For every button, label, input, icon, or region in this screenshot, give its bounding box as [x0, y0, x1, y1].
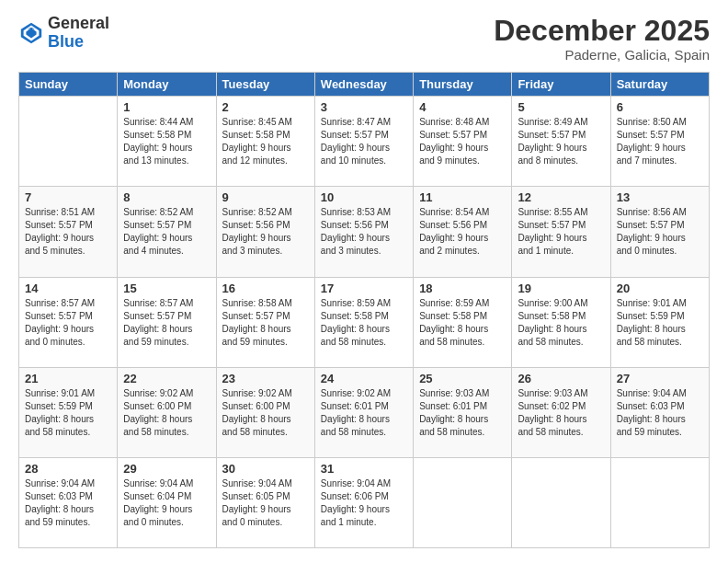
day-number: 31 [321, 462, 407, 476]
day-number: 19 [518, 282, 604, 295]
logo-icon [18, 20, 44, 46]
day-number: 1 [123, 100, 210, 114]
day-number: 13 [617, 190, 703, 204]
calendar-cell: 21Sunrise: 9:01 AMSunset: 5:59 PMDayligh… [19, 367, 118, 457]
calendar-cell: 30Sunrise: 9:04 AMSunset: 6:05 PMDayligh… [216, 457, 314, 547]
day-number: 18 [419, 282, 506, 295]
calendar-cell [414, 457, 512, 547]
calendar-cell: 6Sunrise: 8:50 AMSunset: 5:57 PMDaylight… [610, 97, 709, 187]
day-number: 28 [25, 462, 111, 476]
calendar-cell: 5Sunrise: 8:49 AMSunset: 5:57 PMDaylight… [512, 97, 610, 187]
calendar-cell: 4Sunrise: 8:48 AMSunset: 5:57 PMDaylight… [414, 97, 512, 187]
calendar-cell: 20Sunrise: 9:01 AMSunset: 5:59 PMDayligh… [610, 277, 709, 367]
calendar-week-4: 28Sunrise: 9:04 AMSunset: 6:03 PMDayligh… [19, 457, 710, 547]
weekday-header-wednesday: Wednesday [314, 73, 413, 97]
day-info: Sunrise: 8:51 AMSunset: 5:57 PMDaylight:… [25, 206, 111, 258]
calendar-cell: 19Sunrise: 9:00 AMSunset: 5:58 PMDayligh… [512, 277, 610, 367]
month-title: December 2025 [494, 15, 710, 47]
day-number: 15 [123, 282, 210, 295]
day-number: 3 [321, 100, 407, 114]
day-number: 23 [222, 372, 309, 385]
day-info: Sunrise: 9:04 AMSunset: 6:05 PMDaylight:… [222, 477, 309, 529]
calendar-cell: 23Sunrise: 9:02 AMSunset: 6:00 PMDayligh… [216, 367, 314, 457]
calendar-cell: 31Sunrise: 9:04 AMSunset: 6:06 PMDayligh… [314, 457, 413, 547]
calendar-week-2: 14Sunrise: 8:57 AMSunset: 5:57 PMDayligh… [19, 277, 710, 367]
day-number: 25 [419, 372, 506, 385]
day-number: 16 [222, 282, 309, 295]
day-info: Sunrise: 9:02 AMSunset: 6:00 PMDaylight:… [222, 387, 309, 439]
day-info: Sunrise: 8:48 AMSunset: 5:57 PMDaylight:… [419, 116, 506, 167]
day-number: 14 [25, 282, 111, 295]
calendar: SundayMondayTuesdayWednesdayThursdayFrid… [18, 72, 710, 548]
calendar-cell: 7Sunrise: 8:51 AMSunset: 5:57 PMDaylight… [19, 187, 118, 277]
day-number: 17 [321, 282, 407, 295]
calendar-cell: 26Sunrise: 9:03 AMSunset: 6:02 PMDayligh… [512, 367, 610, 457]
day-info: Sunrise: 8:54 AMSunset: 5:56 PMDaylight:… [419, 206, 506, 258]
day-info: Sunrise: 9:01 AMSunset: 5:59 PMDaylight:… [617, 297, 703, 349]
day-number: 9 [222, 190, 309, 204]
calendar-cell: 2Sunrise: 8:45 AMSunset: 5:58 PMDaylight… [216, 97, 314, 187]
calendar-cell: 25Sunrise: 9:03 AMSunset: 6:01 PMDayligh… [414, 367, 512, 457]
day-number: 4 [419, 100, 506, 114]
day-info: Sunrise: 8:59 AMSunset: 5:58 PMDaylight:… [419, 297, 506, 349]
calendar-header-row: SundayMondayTuesdayWednesdayThursdayFrid… [19, 73, 710, 97]
day-info: Sunrise: 8:57 AMSunset: 5:57 PMDaylight:… [123, 297, 210, 349]
day-info: Sunrise: 8:44 AMSunset: 5:58 PMDaylight:… [123, 116, 210, 167]
day-number: 12 [518, 190, 604, 204]
logo-general: General [48, 15, 109, 33]
day-number: 8 [123, 190, 210, 204]
day-number: 6 [617, 100, 703, 114]
day-number: 5 [518, 100, 604, 114]
day-info: Sunrise: 9:01 AMSunset: 5:59 PMDaylight:… [25, 387, 111, 439]
day-info: Sunrise: 8:55 AMSunset: 5:57 PMDaylight:… [518, 206, 604, 258]
calendar-cell: 11Sunrise: 8:54 AMSunset: 5:56 PMDayligh… [414, 187, 512, 277]
day-number: 22 [123, 372, 210, 385]
location: Paderne, Galicia, Spain [494, 47, 710, 63]
title-block: December 2025 Paderne, Galicia, Spain [494, 15, 710, 63]
weekday-header-tuesday: Tuesday [216, 73, 314, 97]
day-number: 26 [518, 372, 604, 385]
calendar-cell: 22Sunrise: 9:02 AMSunset: 6:00 PMDayligh… [118, 367, 216, 457]
day-info: Sunrise: 9:03 AMSunset: 6:02 PMDaylight:… [518, 387, 604, 439]
day-info: Sunrise: 9:04 AMSunset: 6:03 PMDaylight:… [25, 477, 111, 529]
weekday-header-sunday: Sunday [19, 73, 118, 97]
calendar-cell: 13Sunrise: 8:56 AMSunset: 5:57 PMDayligh… [610, 187, 709, 277]
calendar-cell: 29Sunrise: 9:04 AMSunset: 6:04 PMDayligh… [118, 457, 216, 547]
calendar-week-3: 21Sunrise: 9:01 AMSunset: 5:59 PMDayligh… [19, 367, 710, 457]
day-number: 20 [617, 282, 703, 295]
day-info: Sunrise: 8:56 AMSunset: 5:57 PMDaylight:… [617, 206, 703, 258]
page: General Blue December 2025 Paderne, Gali… [0, 0, 728, 563]
calendar-cell: 18Sunrise: 8:59 AMSunset: 5:58 PMDayligh… [414, 277, 512, 367]
logo: General Blue [18, 15, 109, 52]
day-info: Sunrise: 8:57 AMSunset: 5:57 PMDaylight:… [25, 297, 111, 349]
logo-blue: Blue [48, 33, 109, 52]
calendar-cell: 16Sunrise: 8:58 AMSunset: 5:57 PMDayligh… [216, 277, 314, 367]
calendar-week-0: 1Sunrise: 8:44 AMSunset: 5:58 PMDaylight… [19, 97, 710, 187]
calendar-cell: 15Sunrise: 8:57 AMSunset: 5:57 PMDayligh… [118, 277, 216, 367]
calendar-cell: 17Sunrise: 8:59 AMSunset: 5:58 PMDayligh… [314, 277, 413, 367]
calendar-cell: 12Sunrise: 8:55 AMSunset: 5:57 PMDayligh… [512, 187, 610, 277]
day-number: 21 [25, 372, 111, 385]
day-info: Sunrise: 8:53 AMSunset: 5:56 PMDaylight:… [321, 206, 407, 258]
day-info: Sunrise: 9:04 AMSunset: 6:03 PMDaylight:… [617, 387, 703, 439]
day-info: Sunrise: 9:04 AMSunset: 6:04 PMDaylight:… [123, 477, 210, 529]
day-number: 7 [25, 190, 111, 204]
day-number: 27 [617, 372, 703, 385]
day-number: 29 [123, 462, 210, 476]
calendar-cell [19, 97, 118, 187]
day-info: Sunrise: 8:47 AMSunset: 5:57 PMDaylight:… [321, 116, 407, 167]
calendar-cell: 14Sunrise: 8:57 AMSunset: 5:57 PMDayligh… [19, 277, 118, 367]
day-info: Sunrise: 9:02 AMSunset: 6:00 PMDaylight:… [123, 387, 210, 439]
calendar-cell: 10Sunrise: 8:53 AMSunset: 5:56 PMDayligh… [314, 187, 413, 277]
day-info: Sunrise: 9:00 AMSunset: 5:58 PMDaylight:… [518, 297, 604, 349]
day-info: Sunrise: 8:52 AMSunset: 5:56 PMDaylight:… [222, 206, 309, 258]
day-info: Sunrise: 9:03 AMSunset: 6:01 PMDaylight:… [419, 387, 506, 439]
calendar-cell: 3Sunrise: 8:47 AMSunset: 5:57 PMDaylight… [314, 97, 413, 187]
day-number: 24 [321, 372, 407, 385]
day-number: 2 [222, 100, 309, 114]
calendar-cell: 9Sunrise: 8:52 AMSunset: 5:56 PMDaylight… [216, 187, 314, 277]
calendar-cell: 8Sunrise: 8:52 AMSunset: 5:57 PMDaylight… [118, 187, 216, 277]
calendar-cell: 24Sunrise: 9:02 AMSunset: 6:01 PMDayligh… [314, 367, 413, 457]
calendar-cell: 28Sunrise: 9:04 AMSunset: 6:03 PMDayligh… [19, 457, 118, 547]
day-info: Sunrise: 9:02 AMSunset: 6:01 PMDaylight:… [321, 387, 407, 439]
